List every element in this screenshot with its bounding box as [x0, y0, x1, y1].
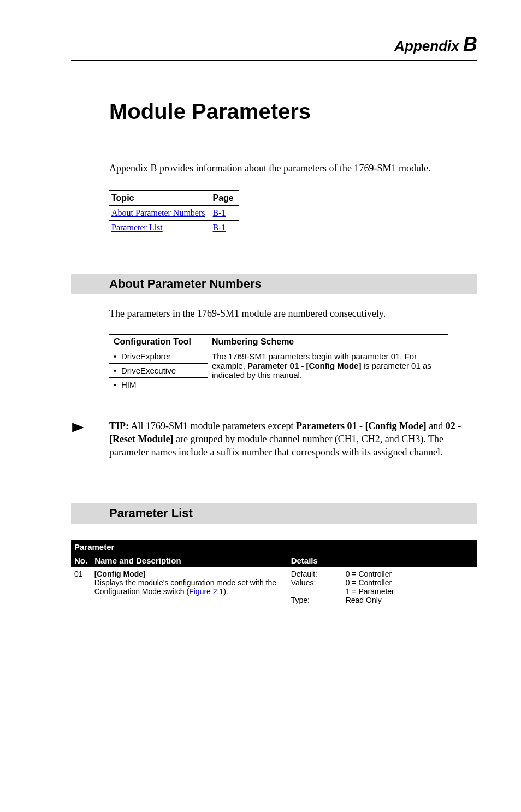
page-title: Module Parameters [109, 99, 477, 124]
section-heading-parameter-list: Parameter List [71, 503, 477, 524]
detail-label-type: Type: [291, 596, 310, 604]
figure-link[interactable]: Figure 2.1 [189, 587, 223, 596]
config-tool-label: DriveExecutive [121, 366, 176, 375]
param-header-name: Name and Description [91, 554, 288, 567]
param-desc-end: ). [223, 587, 228, 596]
config-header-tool: Configuration Tool [109, 334, 208, 349]
config-row: •DriveExplorer The 1769-SM1 parameters b… [109, 349, 448, 363]
topic-header: Topic [109, 191, 211, 206]
topic-row: About Parameter Numbers B-1 [109, 206, 239, 221]
config-scheme-cell: The 1769-SM1 parameters begin with param… [208, 349, 448, 392]
detail-value-default: 0 = Controller [346, 570, 392, 578]
detail-value-values1: 1 = Parameter [346, 587, 394, 596]
param-detail-values: 0 = Controller 0 = Controller 1 = Parame… [342, 567, 477, 607]
appendix-letter: B [463, 33, 477, 55]
tip-label: TIP: [109, 420, 129, 431]
config-tool-label: DriveExplorer [121, 352, 171, 361]
page-header: Page [211, 191, 239, 206]
config-tool-driveexplorer: •DriveExplorer [109, 349, 208, 363]
detail-label-values: Values: [291, 578, 316, 587]
param-detail-labels: Default: Values: Type: [288, 567, 342, 607]
config-tool-label: HIM [121, 380, 137, 389]
intro-paragraph: Appendix B provides information about th… [109, 162, 477, 175]
param-row: 01 [Config Mode] Displays the module's c… [71, 567, 477, 607]
config-tool-him: •HIM [109, 377, 208, 392]
topic-link-about-parameter-numbers[interactable]: About Parameter Numbers [109, 206, 211, 221]
param-blank-header [288, 540, 477, 554]
tip-pre: All 1769-SM1 module parameters except [129, 420, 296, 431]
section1-body: The parameters in the 1769-SM1 module ar… [109, 307, 477, 320]
tip-text: TIP: All 1769-SM1 module parameters exce… [100, 419, 477, 459]
topic-table: Topic Page About Parameter Numbers B-1 P… [109, 190, 239, 235]
page-link-b1-b[interactable]: B-1 [211, 221, 239, 235]
tip-block: TIP: All 1769-SM1 module parameters exce… [71, 419, 477, 459]
config-header-scheme: Numbering Scheme [208, 334, 448, 349]
config-tool-driveexecutive: •DriveExecutive [109, 363, 208, 377]
page-link-b1-a[interactable]: B-1 [211, 206, 239, 221]
tip-arrow-icon [71, 419, 100, 437]
appendix-word: Appendix [394, 38, 459, 54]
topic-row: Parameter List B-1 [109, 221, 239, 235]
detail-value-type: Read Only [346, 596, 382, 604]
param-name-bold: [Config Mode] [94, 570, 146, 578]
param-desc-text: Displays the module's configuration mode… [94, 578, 276, 596]
tip-bold1: Parameters 01 - [Config Mode] [296, 420, 427, 431]
svg-marker-0 [72, 423, 84, 432]
section-heading-about-parameter-numbers: About Parameter Numbers [71, 274, 477, 294]
config-scheme-bold: Parameter 01 - [Config Mode] [247, 361, 361, 370]
detail-value-values0: 0 = Controller [346, 578, 392, 587]
param-name-desc: [Config Mode] Displays the module's conf… [91, 567, 288, 607]
param-header-no: No. [71, 554, 91, 567]
appendix-header: Appendix B [71, 33, 477, 61]
detail-label-default: Default: [291, 570, 317, 578]
tip-mid: and [427, 420, 446, 431]
config-table: Configuration Tool Numbering Scheme •Dri… [109, 334, 448, 392]
param-header-details: Details [288, 554, 477, 567]
param-group-header: Parameter [71, 540, 288, 554]
param-no: 01 [71, 567, 91, 607]
topic-link-parameter-list[interactable]: Parameter List [109, 221, 211, 235]
parameter-table: Parameter No. Name and Description Detai… [71, 540, 477, 607]
